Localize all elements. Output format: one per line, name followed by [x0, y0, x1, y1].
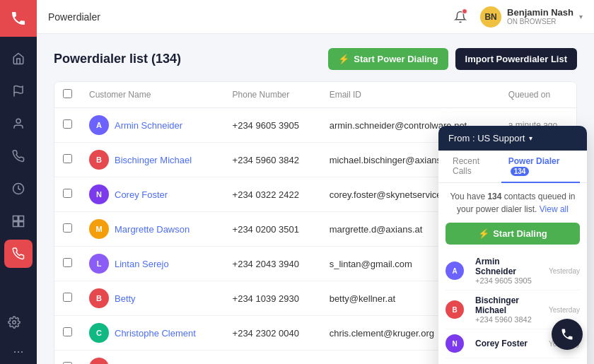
- row-phone-cell: +234 0322 2422: [224, 177, 321, 212]
- svg-rect-5: [19, 222, 24, 227]
- avatar: N: [89, 184, 109, 204]
- row-name-cell: B Betty: [81, 281, 224, 316]
- popup-contact-info: Corey Foster: [475, 339, 543, 348]
- row-checkbox[interactable]: [63, 293, 72, 302]
- start-dialing-button[interactable]: ⚡ Start Dialing: [446, 223, 580, 245]
- row-name-cell: N Corey Foster: [81, 177, 224, 212]
- row-phone-cell: +234 0200 3501: [224, 212, 321, 247]
- popup-contact-time: Yesterday: [549, 267, 580, 275]
- notification-badge: [462, 8, 467, 14]
- popup-contact-time: Yesterday: [549, 306, 580, 314]
- power-dialer-count-badge: 134: [511, 167, 530, 176]
- contact-name-link[interactable]: Betty: [115, 293, 136, 304]
- contact-name-link[interactable]: Corey Foster: [115, 189, 168, 200]
- notification-button[interactable]: [449, 6, 472, 28]
- lightning-icon: ⚡: [338, 54, 349, 64]
- app-logo[interactable]: [0, 0, 37, 37]
- row-name-cell: D Donald: [81, 351, 224, 365]
- row-phone-cell: +234 9605 3905: [224, 108, 321, 143]
- contact-name-link[interactable]: Lintan Serejo: [115, 259, 169, 269]
- topbar-right: BN Benjamin Nash ON BROWSER ▾: [449, 6, 583, 28]
- select-all-header: [54, 82, 81, 108]
- tab-recent-calls[interactable]: Recent Calls: [446, 151, 501, 183]
- popup-info-text: You have 134 contacts queued in your pow…: [446, 190, 580, 216]
- sidebar: ···: [0, 0, 37, 364]
- table-header-row: Customer Name Phone Number Email ID Queu…: [54, 82, 576, 108]
- sidebar-bottom: ···: [0, 306, 37, 364]
- start-power-dialing-button[interactable]: ⚡ Start Power Dialing: [328, 48, 448, 70]
- tab-power-dialer[interactable]: Power Dialer 134: [501, 151, 580, 183]
- contact-name-link[interactable]: Christophe Clement: [115, 328, 196, 339]
- row-name-cell: M Margrette Dawson: [81, 212, 224, 247]
- sidebar-item-integrations[interactable]: [4, 207, 33, 235]
- row-checkbox[interactable]: [63, 327, 72, 336]
- row-name-cell: C Christophe Clement: [81, 316, 224, 351]
- col-email: Email ID: [321, 82, 500, 108]
- topbar-title: Powerdialer: [48, 11, 100, 23]
- row-checkbox[interactable]: [63, 258, 72, 267]
- avatar: N: [446, 334, 464, 353]
- row-name-cell: B Bischinger Michael: [81, 143, 224, 177]
- row-phone-cell: +234 5960 3842: [224, 143, 321, 177]
- avatar: A: [89, 115, 109, 135]
- contact-name-link[interactable]: Margrette Dawson: [115, 224, 190, 235]
- lightning-icon: ⚡: [478, 228, 489, 239]
- row-name-cell: L Lintan Serejo: [81, 247, 224, 281]
- row-checkbox-cell: [54, 281, 81, 316]
- contact-name-link[interactable]: Bischinger Michael: [115, 155, 192, 165]
- row-checkbox-cell: [54, 177, 81, 212]
- row-phone-cell: +234 1039 2930: [224, 281, 321, 316]
- popup-header: From : US Support ▾: [438, 126, 587, 151]
- sidebar-item-home[interactable]: [4, 45, 33, 73]
- popup-header-left: From : US Support ▾: [448, 133, 532, 143]
- page-title: Powerdialer list (134): [54, 52, 181, 66]
- row-checkbox-cell: [54, 351, 81, 365]
- avatar: D: [89, 358, 109, 364]
- col-customer-name: Customer Name: [81, 82, 224, 108]
- popup-contact-item[interactable]: A Armin Schneider +234 9605 3905 Yesterd…: [446, 252, 580, 290]
- popup-contact-phone: +234 5960 3842: [475, 315, 543, 324]
- row-checkbox-cell: [54, 108, 81, 143]
- main-content: Powerdialer BN Benjamin Nash ON BROWSER …: [37, 0, 594, 364]
- popup-contact-phone: +234 9605 3905: [475, 276, 543, 285]
- popup-contact-name: Corey Foster: [475, 339, 543, 348]
- contact-name-link[interactable]: Armin Schneider: [115, 120, 182, 131]
- row-checkbox[interactable]: [63, 154, 72, 163]
- row-checkbox[interactable]: [63, 223, 72, 233]
- row-checkbox[interactable]: [63, 119, 72, 129]
- popup-contact-info: Bischinger Michael +234 5960 3842: [475, 295, 543, 324]
- avatar: L: [89, 254, 109, 274]
- svg-point-7: [13, 321, 16, 324]
- header-actions: ⚡ Start Power Dialing Import Powerdialer…: [328, 48, 577, 70]
- row-phone-cell: +234 5893 4000: [224, 351, 321, 365]
- user-name: Benjamin Nash: [507, 7, 573, 18]
- sidebar-item-settings[interactable]: [0, 308, 28, 336]
- user-menu[interactable]: BN Benjamin Nash ON BROWSER ▾: [480, 6, 583, 28]
- sidebar-item-dialer[interactable]: [4, 240, 33, 268]
- popup-contact-name: Armin Schneider: [475, 257, 543, 276]
- view-all-link[interactable]: View all: [540, 204, 569, 214]
- floating-call-button[interactable]: [552, 319, 583, 350]
- page-area: Powerdialer list (134) ⚡ Start Power Dia…: [37, 34, 594, 364]
- avatar: C: [89, 323, 109, 343]
- import-powerdialer-button[interactable]: Import Powerdialer List: [455, 48, 577, 70]
- avatar: BN: [480, 6, 501, 28]
- sidebar-more-dots[interactable]: ···: [0, 339, 37, 364]
- popup-contact-item[interactable]: M Margrette Dawson +234 0200 3501 Yester…: [446, 358, 580, 364]
- sidebar-item-campaigns[interactable]: [4, 77, 33, 105]
- popup-contact-name: Bischinger Michael: [475, 295, 543, 315]
- chevron-down-icon: ▾: [529, 134, 532, 142]
- svg-point-1: [16, 119, 21, 123]
- sidebar-item-calls[interactable]: [4, 142, 33, 170]
- popup-contact-info: Armin Schneider +234 9605 3905: [475, 257, 543, 285]
- col-queued: Queued on: [500, 82, 576, 108]
- select-all-checkbox[interactable]: [63, 89, 72, 98]
- row-checkbox[interactable]: [63, 189, 72, 198]
- sidebar-item-contacts[interactable]: [4, 110, 33, 138]
- topbar: Powerdialer BN Benjamin Nash ON BROWSER …: [37, 0, 594, 34]
- svg-rect-6: [13, 222, 18, 227]
- row-checkbox-cell: [54, 212, 81, 247]
- row-checkbox-cell: [54, 247, 81, 281]
- row-checkbox-cell: [54, 143, 81, 177]
- sidebar-item-history[interactable]: [4, 175, 33, 203]
